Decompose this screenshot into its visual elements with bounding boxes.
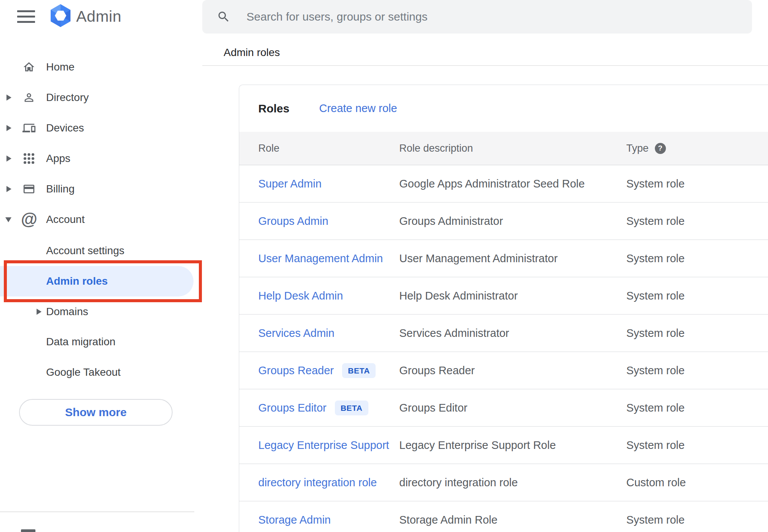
table-row: Groups Editor BETA Groups Editor System … — [239, 389, 768, 427]
home-icon — [22, 61, 35, 74]
sidebar-item-google-takeout[interactable]: Google Takeout — [0, 357, 202, 388]
sidebar-item-admin-roles-selected[interactable]: Admin roles — [0, 266, 194, 296]
beta-badge: BETA — [335, 401, 368, 415]
sidebar-item-label: Google Takeout — [46, 366, 121, 378]
at-sign-icon: @ — [21, 210, 37, 229]
collapse-arrow-icon[interactable] — [5, 217, 11, 222]
role-link[interactable]: Super Admin — [258, 178, 322, 190]
sidebar: Admin Home Directory Devices — [0, 0, 202, 532]
sidebar-item-label: Admin roles — [46, 275, 108, 287]
clipped-bottom-icon — [21, 529, 35, 532]
expand-arrow-icon[interactable] — [6, 155, 11, 162]
role-link[interactable]: Legacy Enterprise Support — [258, 439, 389, 452]
sidebar-item-directory[interactable]: Directory — [0, 82, 202, 113]
role-description: Google Apps Administrator Seed Role — [399, 178, 626, 190]
role-type: Custom role — [626, 476, 768, 489]
role-type: System role — [626, 439, 768, 452]
beta-badge: BETA — [342, 363, 376, 378]
table-header-row: Role Role description Type ? — [239, 132, 768, 165]
sidebar-item-label: Home — [46, 61, 75, 73]
sidebar-item-label: Domains — [46, 306, 88, 318]
sidebar-item-data-migration[interactable]: Data migration — [0, 327, 202, 357]
menu-icon[interactable] — [17, 10, 35, 23]
role-type: System role — [626, 402, 768, 414]
role-link[interactable]: User Management Admin — [258, 252, 383, 265]
role-description: Groups Administrator — [399, 215, 626, 228]
table-row: Groups Admin Groups Administrator System… — [239, 203, 768, 240]
role-description: Storage Admin Role — [399, 514, 626, 526]
sidebar-item-account[interactable]: @ Account — [0, 204, 202, 235]
table-row: directory integration role directory int… — [239, 464, 768, 502]
table-row: Legacy Enterprise Support Legacy Enterpr… — [239, 427, 768, 464]
apps-grid-icon — [22, 152, 35, 165]
search-bar[interactable] — [202, 0, 752, 34]
sidebar-item-devices[interactable]: Devices — [0, 113, 202, 143]
admin-console-screen: Admin Home Directory Devices — [0, 0, 768, 532]
column-header-type: Type ? — [626, 143, 768, 154]
role-link[interactable]: Groups Admin — [258, 215, 328, 228]
credit-card-icon — [22, 183, 35, 195]
role-link[interactable]: Groups Reader — [258, 364, 334, 377]
expand-arrow-icon[interactable] — [6, 186, 11, 192]
person-icon — [22, 91, 35, 104]
sidebar-item-billing[interactable]: Billing — [0, 174, 202, 204]
sidebar-bottom-divider — [0, 511, 194, 512]
sidebar-item-account-settings[interactable]: Account settings — [0, 236, 202, 266]
devices-icon — [22, 122, 35, 135]
table-row: User Management Admin User Management Ad… — [239, 240, 768, 277]
column-header-role: Role — [258, 143, 399, 154]
breadcrumb: Admin roles — [224, 46, 280, 59]
role-link[interactable]: directory integration role — [258, 476, 377, 489]
sidebar-item-domains[interactable]: Domains — [0, 296, 202, 327]
table-row: Storage Admin Storage Admin Role System … — [239, 502, 768, 532]
role-description: User Management Administrator — [399, 252, 626, 265]
role-description: Legacy Enterprise Support Role — [399, 439, 626, 452]
sidebar-item-label: Devices — [46, 122, 84, 134]
table-row: Help Desk Admin Help Desk Administrator … — [239, 277, 768, 315]
admin-logo-icon — [49, 4, 72, 29]
role-description: Groups Editor — [399, 402, 626, 414]
role-description: Services Administrator — [399, 327, 626, 340]
show-more-button[interactable]: Show more — [19, 399, 173, 426]
expand-arrow-icon[interactable] — [6, 95, 11, 101]
create-new-role-link[interactable]: Create new role — [319, 102, 397, 115]
role-description: directory integration role — [399, 476, 626, 489]
expand-arrow-icon[interactable] — [6, 125, 11, 131]
table-row: Groups Reader BETA Groups Reader System … — [239, 352, 768, 389]
role-link[interactable]: Services Admin — [258, 327, 334, 340]
role-link[interactable]: Groups Editor — [258, 402, 326, 414]
role-type: System role — [626, 327, 768, 340]
roles-card-header: Roles Create new role — [239, 85, 768, 132]
role-type: System role — [626, 364, 768, 377]
role-link[interactable]: Storage Admin — [258, 514, 331, 526]
sidebar-item-apps[interactable]: Apps — [0, 143, 202, 174]
table-row: Super Admin Google Apps Administrator Se… — [239, 165, 768, 203]
sidebar-item-label: Directory — [46, 91, 89, 104]
help-icon[interactable]: ? — [655, 143, 666, 154]
expand-arrow-icon[interactable] — [37, 309, 42, 315]
role-type: System role — [626, 290, 768, 302]
roles-card: Roles Create new role Role Role descript… — [239, 85, 768, 532]
role-type: System role — [626, 178, 768, 190]
role-type: System role — [626, 215, 768, 228]
sidebar-item-label: Data migration — [46, 336, 115, 348]
role-description: Help Desk Administrator — [399, 290, 626, 302]
sidebar-item-label: Account — [46, 213, 85, 226]
role-link[interactable]: Help Desk Admin — [258, 290, 343, 302]
app-title: Admin — [76, 8, 122, 26]
admin-logo[interactable]: Admin — [49, 4, 122, 29]
page-title: Roles — [258, 102, 290, 115]
search-icon — [217, 10, 230, 24]
column-header-role-description: Role description — [399, 143, 626, 154]
sidebar-item-label: Apps — [46, 152, 70, 165]
role-type: System role — [626, 514, 768, 526]
role-type: System role — [626, 252, 768, 265]
sidebar-item-label: Account settings — [46, 245, 124, 257]
search-input[interactable] — [246, 10, 734, 23]
sidebar-item-label: Billing — [46, 183, 75, 195]
sidebar-item-home[interactable]: Home — [0, 52, 202, 82]
role-description: Groups Reader — [399, 364, 626, 377]
table-row: Services Admin Services Administrator Sy… — [239, 315, 768, 352]
divider — [202, 65, 768, 66]
